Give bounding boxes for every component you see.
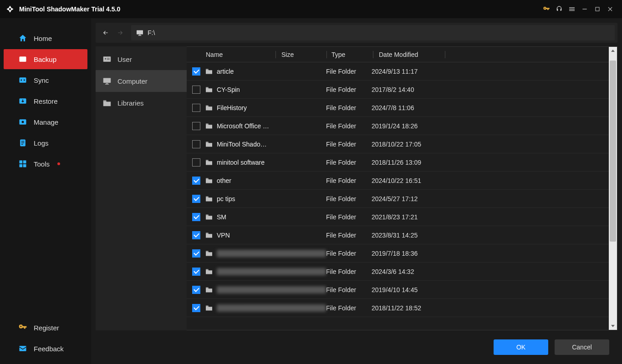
col-name[interactable]: Name	[206, 51, 276, 58]
scroll-up-icon[interactable]	[609, 47, 617, 55]
svg-rect-27	[105, 84, 109, 85]
svg-point-0	[545, 8, 546, 9]
file-name: VPN	[217, 232, 326, 239]
file-type: File Folder	[326, 141, 372, 148]
row-checkbox[interactable]	[192, 268, 200, 276]
file-row[interactable]: minitool softwareFile Folder2018/11/26 1…	[187, 153, 609, 172]
row-checkbox[interactable]	[192, 249, 200, 258]
file-name: MiniTool Shado…	[217, 141, 326, 148]
file-row[interactable]: ██████File Folder2024/3/6 14:32	[187, 263, 609, 281]
col-date[interactable]: Date Modified	[373, 51, 445, 58]
nav-manage[interactable]: Manage	[4, 112, 87, 132]
folder-icon	[205, 196, 213, 202]
file-row[interactable]: pc tipsFile Folder2024/5/27 17:12	[187, 190, 609, 208]
svg-rect-42	[206, 305, 209, 306]
support-icon[interactable]	[553, 3, 566, 15]
restore-icon	[18, 96, 27, 106]
file-date: 2018/10/22 17:05	[372, 141, 454, 148]
file-pane: Name Size Type Date Modified articleFile…	[187, 46, 617, 330]
row-checkbox[interactable]	[192, 304, 200, 312]
file-type: File Folder	[326, 286, 372, 293]
key-icon	[18, 323, 27, 332]
tree-label: Libraries	[117, 99, 144, 107]
file-row[interactable]: VPNFile Folder2023/8/31 14:25	[187, 226, 609, 244]
menu-icon[interactable]	[566, 3, 578, 15]
file-type: File Folder	[326, 177, 372, 184]
path-input[interactable]	[148, 29, 610, 36]
row-checkbox[interactable]	[192, 122, 200, 130]
svg-rect-1	[582, 9, 586, 9]
file-row[interactable]: SMFile Folder2021/8/23 17:21	[187, 208, 609, 226]
nav-feedback[interactable]: Feedback	[4, 339, 87, 359]
file-name: ██████	[217, 250, 326, 257]
row-checkbox[interactable]	[192, 213, 200, 221]
file-date: 2024/7/8 11:06	[372, 104, 454, 111]
nav-backup[interactable]: Backup	[4, 49, 87, 69]
row-checkbox[interactable]	[192, 86, 200, 94]
nav-back-button[interactable]	[98, 25, 113, 40]
close-button[interactable]	[604, 3, 617, 15]
path-toolbar	[96, 23, 617, 43]
nav-restore[interactable]: Restore	[4, 91, 87, 111]
row-checkbox[interactable]	[192, 195, 200, 203]
minimize-button[interactable]	[578, 3, 591, 15]
nav-label: Home	[34, 35, 52, 42]
tree-user[interactable]: User	[96, 48, 187, 70]
vertical-scrollbar[interactable]	[609, 47, 617, 330]
svg-rect-17	[20, 346, 26, 351]
file-row[interactable]: ██████File Folder2018/11/22 18:52	[187, 299, 609, 317]
scroll-down-icon[interactable]	[609, 322, 617, 330]
nav-tools[interactable]: Tools	[4, 154, 87, 174]
file-row[interactable]: MiniTool Shado…File Folder2018/10/22 17:…	[187, 135, 609, 153]
tree-label: Computer	[117, 77, 148, 85]
cancel-button[interactable]: Cancel	[555, 339, 609, 355]
column-headers: Name Size Type Date Modified	[187, 47, 609, 62]
row-checkbox[interactable]	[192, 140, 200, 148]
file-row[interactable]: FileHistoryFile Folder2024/7/8 11:06	[187, 99, 609, 117]
row-checkbox[interactable]	[192, 231, 200, 239]
file-date: 2019/4/10 14:45	[372, 286, 454, 293]
row-checkbox[interactable]	[192, 158, 200, 167]
svg-point-7	[22, 121, 24, 123]
col-type[interactable]: Type	[327, 51, 373, 58]
svg-rect-20	[138, 35, 142, 36]
nav-sync[interactable]: Sync	[4, 70, 87, 90]
row-checkbox[interactable]	[192, 67, 200, 76]
user-icon	[102, 55, 112, 63]
file-name: ██████	[217, 268, 326, 275]
scroll-track[interactable]	[609, 55, 617, 322]
file-row[interactable]: otherFile Folder2024/10/22 16:51	[187, 172, 609, 190]
maximize-button[interactable]	[591, 3, 604, 15]
nav-home[interactable]: Home	[4, 28, 87, 48]
file-row[interactable]: CY-SpinFile Folder2017/8/2 14:40	[187, 81, 609, 99]
file-row[interactable]: ██████File Folder2019/7/18 18:36	[187, 244, 609, 263]
file-name: pc tips	[217, 195, 326, 202]
folder-icon	[205, 123, 213, 129]
file-name: Microsoft Office …	[217, 122, 326, 130]
nav-forward-button[interactable]	[113, 25, 127, 40]
path-box[interactable]	[131, 25, 615, 40]
file-row[interactable]: Microsoft Office …File Folder2019/1/24 1…	[187, 117, 609, 135]
tree-computer[interactable]: Computer	[96, 70, 187, 92]
tree-libraries[interactable]: Libraries	[96, 92, 187, 114]
svg-rect-23	[107, 58, 110, 59]
row-checkbox[interactable]	[192, 286, 200, 294]
file-row[interactable]: ██████File Folder2019/4/10 14:45	[187, 281, 609, 299]
svg-rect-34	[206, 160, 209, 161]
col-size[interactable]: Size	[276, 51, 327, 58]
ok-button[interactable]: OK	[494, 339, 548, 355]
file-row[interactable]: articleFile Folder2024/9/13 11:17	[187, 62, 609, 81]
key-icon[interactable]	[540, 3, 553, 15]
row-checkbox[interactable]	[192, 177, 200, 185]
nav-logs[interactable]: Logs	[4, 133, 87, 153]
svg-rect-4	[20, 77, 26, 83]
svg-rect-10	[21, 142, 25, 143]
scroll-thumb[interactable]	[610, 61, 616, 242]
file-type: File Folder	[326, 213, 372, 221]
row-checkbox[interactable]	[192, 104, 200, 112]
file-rows: articleFile Folder2024/9/13 11:17CY-Spin…	[187, 62, 609, 330]
nav-register[interactable]: Register	[4, 318, 87, 338]
svg-rect-15	[23, 164, 26, 167]
svg-rect-30	[206, 87, 209, 88]
svg-rect-24	[107, 59, 110, 60]
